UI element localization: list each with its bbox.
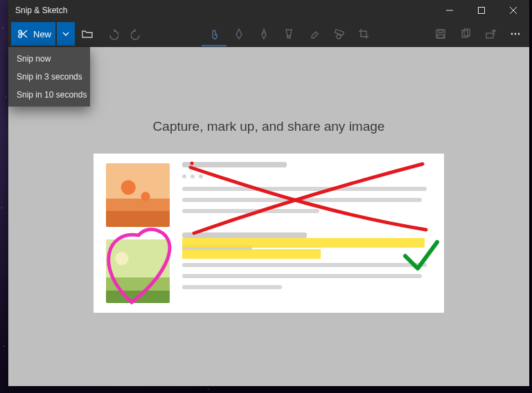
menu-item-snip-now[interactable]: Snip now (8, 50, 90, 68)
save-icon (434, 28, 447, 40)
share-button[interactable] (478, 21, 503, 46)
demo-thumb-landscape (106, 239, 170, 303)
maximize-button[interactable] (466, 0, 497, 21)
svg-rect-17 (438, 30, 443, 33)
share-icon (484, 28, 497, 40)
app-title: Snip & Sketch (15, 6, 67, 15)
demo-illustration (94, 154, 444, 313)
snip-icon (17, 28, 29, 40)
svg-rect-18 (438, 35, 443, 38)
eraser-button[interactable] (301, 21, 326, 46)
svg-marker-13 (312, 32, 318, 38)
menu-item-snip-3s[interactable]: Snip in 3 seconds (8, 68, 90, 86)
redo-icon (131, 28, 143, 40)
svg-rect-1 (479, 8, 485, 14)
copy-button[interactable] (453, 21, 478, 46)
svg-point-24 (518, 33, 520, 35)
more-icon (509, 28, 522, 40)
highlighter-icon (283, 28, 295, 40)
svg-point-23 (515, 33, 517, 35)
ballpoint-pen-button[interactable] (227, 21, 251, 46)
new-snip-label: New (33, 29, 51, 39)
pencil-icon (258, 28, 270, 40)
svg-marker-11 (286, 30, 292, 36)
save-button[interactable] (428, 21, 453, 46)
redo-button[interactable] (125, 21, 150, 46)
open-file-button[interactable] (75, 21, 100, 46)
undo-button[interactable] (100, 21, 125, 46)
new-snip-dropdown-button[interactable] (57, 22, 75, 46)
highlighter-button[interactable] (276, 21, 301, 46)
demo-thumb-balloon (106, 163, 170, 227)
touch-writing-button[interactable] (202, 21, 227, 46)
copy-icon (459, 28, 472, 40)
svg-point-15 (337, 35, 341, 39)
eraser-icon (308, 28, 320, 40)
svg-rect-12 (287, 36, 290, 38)
new-snip-button[interactable]: New (11, 22, 55, 46)
menu-item-snip-10s[interactable]: Snip in 10 seconds (8, 86, 90, 104)
more-button[interactable] (503, 21, 528, 46)
crop-icon (357, 28, 370, 40)
canvas-area: Snip now Snip in 3 seconds Snip in 10 se… (8, 47, 529, 386)
svg-point-22 (511, 33, 513, 35)
welcome-tagline: Capture, mark up, and share any image (153, 119, 385, 134)
app-window: Snip & Sketch New (8, 0, 529, 386)
svg-marker-9 (262, 29, 266, 39)
chevron-down-icon (62, 30, 69, 37)
svg-marker-8 (236, 29, 242, 39)
folder-open-icon (81, 28, 94, 40)
pencil-button[interactable] (251, 21, 276, 46)
touch-writing-icon (208, 27, 220, 39)
ruler-button[interactable] (326, 21, 351, 46)
undo-icon (106, 28, 118, 40)
demo-text-lines (182, 162, 432, 296)
ruler-icon (332, 28, 345, 40)
ballpoint-pen-icon (233, 28, 245, 40)
toolbar: New (8, 21, 529, 47)
new-snip-dropdown-menu: Snip now Snip in 3 seconds Snip in 10 se… (8, 47, 90, 107)
titlebar[interactable]: Snip & Sketch (8, 0, 529, 21)
svg-rect-21 (486, 33, 493, 38)
close-button[interactable] (497, 0, 529, 21)
crop-button[interactable] (351, 21, 376, 46)
minimize-button[interactable] (434, 0, 466, 21)
